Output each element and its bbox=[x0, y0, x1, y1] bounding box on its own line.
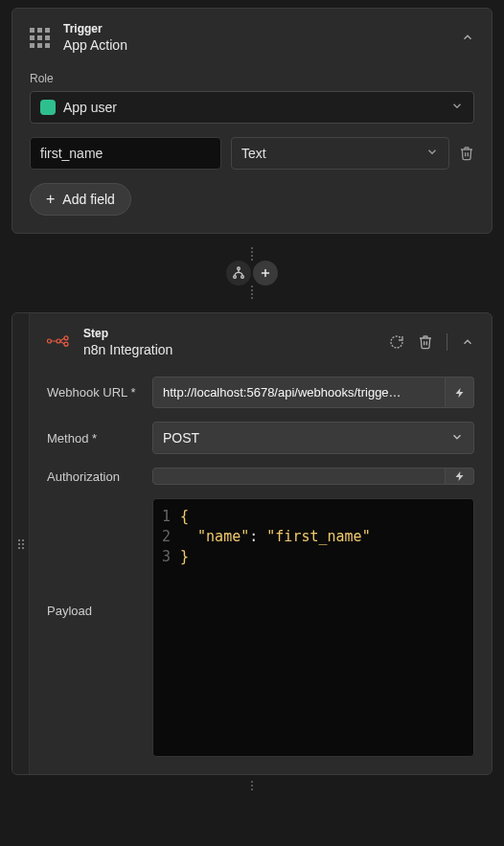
connector-bottom bbox=[11, 775, 493, 790]
step-header: Step n8n Integration bbox=[30, 313, 492, 367]
plus-icon: + bbox=[46, 192, 55, 207]
authorization-label: Authorization bbox=[47, 469, 143, 484]
drag-handle[interactable] bbox=[12, 313, 30, 774]
connector bbox=[11, 234, 493, 312]
method-row: Method * POST bbox=[47, 422, 474, 454]
svg-point-5 bbox=[47, 339, 51, 343]
trigger-header-text: Trigger App Action bbox=[63, 22, 447, 53]
trigger-section-label: Trigger bbox=[63, 22, 447, 35]
authorization-row: Authorization bbox=[47, 468, 474, 485]
svg-line-10 bbox=[60, 338, 64, 340]
chevron-down-icon bbox=[450, 430, 464, 446]
add-field-button[interactable]: + Add field bbox=[30, 183, 131, 216]
collapse-trigger-button[interactable] bbox=[461, 31, 474, 44]
trigger-body: Role App user Text + Add field bbox=[12, 62, 492, 233]
payload-row: Payload 1{ 2 "name": "first_name" 3} bbox=[47, 498, 474, 757]
refresh-button[interactable] bbox=[389, 334, 404, 350]
role-label: Role bbox=[30, 72, 474, 85]
role-select[interactable]: App user bbox=[30, 91, 474, 124]
webhook-url-input[interactable]: http://localhost:5678/api/webhooks/trigg… bbox=[152, 377, 446, 408]
svg-line-11 bbox=[60, 341, 64, 343]
connector-line bbox=[251, 781, 253, 790]
webhook-bolt-button[interactable] bbox=[446, 377, 474, 408]
step-body: Webhook URL * http://localhost:5678/api/… bbox=[30, 367, 492, 774]
role-value: App user bbox=[63, 100, 117, 115]
field-row: Text bbox=[30, 137, 474, 170]
svg-point-0 bbox=[234, 276, 237, 279]
delete-field-button[interactable] bbox=[459, 145, 474, 162]
delete-step-button[interactable] bbox=[418, 333, 433, 351]
payload-editor[interactable]: 1{ 2 "name": "first_name" 3} bbox=[152, 498, 474, 757]
field-type-value: Text bbox=[241, 146, 266, 161]
method-label: Method * bbox=[47, 431, 143, 446]
step-header-text: Step n8n Integration bbox=[83, 327, 376, 357]
connector-line-bottom bbox=[251, 286, 253, 299]
svg-point-7 bbox=[64, 335, 68, 339]
webhook-row: Webhook URL * http://localhost:5678/api/… bbox=[47, 377, 474, 408]
trigger-title: App Action bbox=[63, 37, 447, 53]
svg-point-6 bbox=[57, 339, 60, 343]
grip-icon bbox=[30, 28, 50, 48]
field-name-input[interactable] bbox=[30, 137, 221, 170]
svg-point-8 bbox=[64, 342, 68, 346]
role-color-dot bbox=[40, 100, 56, 115]
step-card: Step n8n Integration Webhook URL * bbox=[11, 312, 493, 775]
trigger-card: Trigger App Action Role App user Text bbox=[11, 8, 493, 234]
field-type-select[interactable]: Text bbox=[231, 137, 449, 170]
n8n-icon bbox=[47, 332, 70, 353]
step-section-label: Step bbox=[83, 327, 376, 340]
svg-point-2 bbox=[238, 267, 241, 270]
webhook-label: Webhook URL * bbox=[47, 385, 143, 400]
svg-point-1 bbox=[241, 276, 244, 279]
connector-line-top bbox=[251, 247, 253, 261]
authorization-input[interactable] bbox=[152, 468, 446, 485]
separator bbox=[447, 333, 447, 351]
authorization-bolt-button[interactable] bbox=[446, 468, 474, 485]
chevron-down-icon bbox=[450, 100, 464, 116]
collapse-step-button[interactable] bbox=[461, 335, 474, 349]
add-step-button[interactable] bbox=[253, 261, 278, 286]
step-title: n8n Integration bbox=[83, 342, 376, 357]
branch-button[interactable] bbox=[226, 261, 251, 286]
chevron-down-icon bbox=[425, 146, 439, 162]
trigger-header: Trigger App Action bbox=[12, 9, 492, 62]
method-value: POST bbox=[163, 430, 199, 446]
payload-label: Payload bbox=[47, 498, 143, 757]
method-select[interactable]: POST bbox=[152, 422, 474, 454]
add-field-label: Add field bbox=[62, 192, 114, 207]
